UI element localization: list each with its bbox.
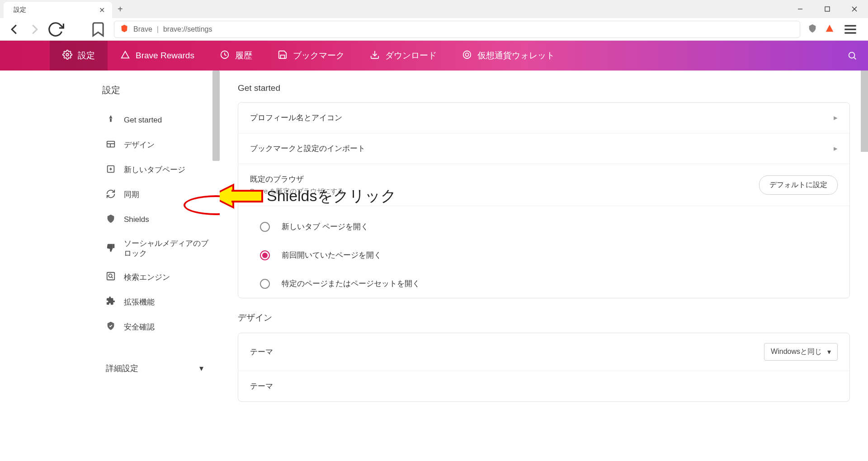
triangle-icon (120, 50, 130, 62)
maximize-button[interactable] (814, 0, 841, 18)
sidebar-item-new-tab[interactable]: 新しいタブページ (102, 158, 212, 183)
sidebar-item-get-started[interactable]: Get started (102, 108, 212, 133)
menu-button[interactable] (842, 21, 859, 38)
puzzle-icon (106, 296, 116, 308)
header-label: ダウンロード (385, 50, 437, 61)
rocket-icon (106, 114, 116, 127)
header-tab-downloads[interactable]: ダウンロード (357, 41, 449, 71)
row-label: 既定のブラウザ (250, 174, 344, 184)
design-card: テーマ Windowsと同じ ▾ テーマ (238, 333, 850, 402)
settings-header: 設定 Brave Rewards 履歴 ブックマーク ダウンロード 仮想通貨ウォ… (0, 41, 868, 71)
address-url: brave://settings (163, 25, 212, 33)
address-separator: | (157, 25, 159, 33)
radio-icon (260, 222, 270, 232)
section-title-design: デザイン (238, 312, 850, 324)
row-import[interactable]: ブックマークと設定のインポート ▸ (238, 133, 849, 164)
shield-toolbar-icon[interactable] (807, 24, 817, 35)
radio-label: 新しいタブ ページを開く (282, 221, 368, 232)
header-tab-rewards[interactable]: Brave Rewards (108, 41, 207, 71)
sidebar-item-label: 検索エンジン (124, 273, 170, 282)
chevron-down-icon: ▾ (199, 363, 203, 373)
section-title-get-started: Get started (238, 83, 850, 93)
window-titlebar: 設定 ✕ + (0, 0, 868, 18)
svg-rect-23 (113, 244, 115, 248)
plus-box-icon (106, 164, 116, 176)
svg-point-13 (463, 51, 471, 58)
radio-option-continue[interactable]: 前回開いていたページを開く (238, 241, 849, 269)
reload-button[interactable] (47, 21, 64, 38)
row-label: ブックマークと設定のインポート (250, 143, 365, 154)
shield-icon (106, 214, 116, 226)
sidebar-item-label: 同期 (124, 190, 139, 200)
browser-tab[interactable]: 設定 ✕ (4, 2, 112, 18)
close-window-button[interactable] (841, 0, 868, 18)
header-tab-history[interactable]: 履歴 (207, 41, 265, 71)
close-tab-icon[interactable]: ✕ (97, 6, 107, 14)
radio-option-specific[interactable]: 特定のページまたはページセットを開く (238, 269, 849, 298)
svg-line-26 (112, 277, 113, 278)
sidebar-item-design[interactable]: デザイン (102, 133, 212, 158)
tab-title: 設定 (14, 6, 93, 14)
sidebar-item-label: デザイン (124, 140, 155, 150)
radio-icon (260, 250, 270, 260)
settings-main: 設定 Get started デザイン 新しいタブページ 同期 Shields (0, 71, 868, 461)
header-search-button[interactable] (836, 41, 868, 71)
svg-rect-2 (825, 7, 830, 11)
brave-lion-icon (120, 24, 129, 35)
sidebar-item-sync[interactable]: 同期 (102, 183, 212, 207)
svg-marker-10 (122, 51, 129, 58)
settings-sidebar: 設定 Get started デザイン 新しいタブページ 同期 Shields (90, 71, 212, 461)
history-icon (220, 50, 230, 62)
address-bar[interactable]: Brave | brave://settings (114, 21, 800, 38)
row-default-browser: 既定のブラウザ Brave を既定のブラウザにする デフォルトに設定 (238, 164, 849, 206)
header-label: ブックマーク (293, 50, 344, 61)
theme-select[interactable]: Windowsと同じ ▾ (764, 343, 838, 361)
minimize-button[interactable] (787, 0, 814, 18)
svg-marker-5 (826, 24, 834, 32)
radio-icon (260, 279, 270, 289)
svg-point-25 (108, 274, 112, 278)
forward-button[interactable] (26, 21, 43, 38)
row-label: テーマ (250, 347, 273, 357)
back-button[interactable] (5, 21, 23, 38)
header-label: 仮想通貨ウォレット (477, 50, 555, 61)
sidebar-advanced[interactable]: 詳細設定 ▾ (102, 357, 212, 380)
header-label: 履歴 (235, 50, 252, 61)
svg-rect-24 (107, 273, 115, 280)
left-padding (0, 71, 90, 461)
download-icon (370, 50, 380, 62)
row-profile[interactable]: プロフィール名とアイコン ▸ (238, 103, 849, 133)
header-label: 設定 (78, 50, 95, 61)
window-controls (787, 0, 868, 18)
row-sublabel: Brave を既定のブラウザにする (250, 187, 344, 196)
header-tab-settings[interactable]: 設定 (50, 41, 108, 71)
layout-icon (106, 139, 116, 151)
radio-label: 特定のページまたはページセットを開く (282, 278, 420, 289)
sidebar-item-label: 安全確認 (124, 322, 155, 332)
sidebar-scrollbar[interactable] (212, 71, 220, 161)
header-tab-bookmarks[interactable]: ブックマーク (265, 41, 357, 71)
new-tab-button[interactable]: + (112, 0, 128, 18)
sidebar-item-extensions[interactable]: 拡張機能 (102, 290, 212, 315)
svg-point-15 (849, 52, 855, 58)
rewards-toolbar-icon[interactable] (825, 24, 835, 35)
set-default-button[interactable]: デフォルトに設定 (759, 175, 838, 195)
gear-icon (62, 50, 72, 62)
header-tab-wallet[interactable]: 仮想通貨ウォレット (449, 41, 567, 71)
row-label: テーマ (250, 381, 273, 391)
radio-label: 前回開いていたページを開く (282, 250, 382, 260)
radio-option-new-tab[interactable]: 新しいタブ ページを開く (238, 212, 849, 241)
bookmark-save-icon (278, 50, 288, 62)
bookmark-button[interactable] (90, 21, 107, 38)
content-scrollbar[interactable] (861, 71, 868, 152)
sidebar-item-shields[interactable]: Shields (102, 207, 212, 232)
sidebar-item-safety[interactable]: 安全確認 (102, 315, 212, 339)
sidebar-item-label: Shields (124, 215, 149, 225)
browser-toolbar: Brave | brave://settings (0, 18, 868, 41)
address-brand: Brave (133, 25, 152, 33)
sidebar-item-search-engine[interactable]: 検索エンジン (102, 265, 212, 290)
row-theme-2: テーマ (238, 371, 849, 401)
sidebar-item-label: Get started (124, 115, 162, 125)
svg-line-16 (854, 57, 856, 59)
sidebar-item-social-block[interactable]: ソーシャルメディアのブロック (102, 232, 212, 265)
